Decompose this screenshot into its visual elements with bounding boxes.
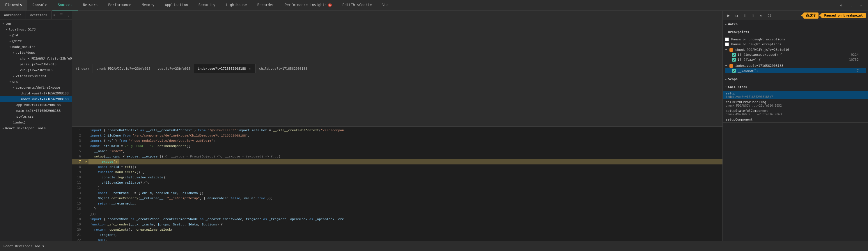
code-scroll[interactable]: 1 import { createHotContext as __vite__c… xyxy=(72,127,722,242)
breakpoint-file-chunk-header[interactable]: ▾ chunk-PD2AWGJV.js?v=23bfe016 xyxy=(725,47,866,52)
nav-tab-sources[interactable]: Sources xyxy=(52,0,78,11)
paused-badge: Paused on breakpoint xyxy=(822,13,866,18)
tree-item-style-css[interactable]: style.css xyxy=(0,114,72,119)
tab-overrides[interactable]: Overrides xyxy=(26,11,52,20)
nav-tab-memory[interactable]: Memory xyxy=(136,0,159,11)
tree-item-child-vue[interactable]: child.vue?t=1716562908188 xyxy=(0,91,72,96)
watch-header[interactable]: ▸ Watch xyxy=(723,20,868,28)
chinese-tooltip: 点这个 xyxy=(803,12,818,19)
file-tab-chunk[interactable]: chunk-PD2AWGJV.js?v=23bfe016 xyxy=(93,64,154,73)
arrow-top: ▾ xyxy=(1,22,5,25)
scope-arrow: ▸ xyxy=(725,78,727,81)
step-btn[interactable]: ↔ xyxy=(758,12,765,19)
arrow-components: ▾ xyxy=(12,86,16,89)
close-tab-btn[interactable]: ✕ xyxy=(248,67,252,71)
step-out-btn[interactable]: ⬆ xyxy=(749,12,756,19)
call-stack-header[interactable]: ▾ Call Stack xyxy=(723,83,868,91)
pause-uncaught-checkbox[interactable] xyxy=(725,37,729,41)
arrow-node-modules: ▾ xyxy=(8,45,12,48)
arrow-vite: ▸ xyxy=(8,39,12,43)
code-line-15: 15 return __returned__; xyxy=(72,201,722,206)
nav-tab-editthiscookie[interactable]: EditThisCookie xyxy=(337,0,377,11)
arrow-vite-deps: ▾ xyxy=(12,51,16,54)
pause-uncaught-row: Pause on uncaught exceptions xyxy=(725,37,866,42)
code-line-19: 19 function _sfc_render(_ctx, _cache, $p… xyxy=(72,222,722,227)
arrow-src: ▾ xyxy=(8,80,12,83)
code-line-13: 13 const __returned__ = { child, handleC… xyxy=(72,190,722,196)
settings-icon[interactable]: ⚙ xyxy=(837,1,845,9)
code-line-3: 3 import { ref } from '/node_modules/.vi… xyxy=(72,138,722,144)
sidebar-menu-btn[interactable]: ⋮ xyxy=(65,13,72,17)
right-panel: ▶ ↺ ⬇ ⬆ ↔ ⬡ 点这个 Paused on breakpoint xyxy=(722,11,868,242)
step-into-btn[interactable]: ⬇ xyxy=(741,12,748,19)
file-tab-index[interactable]: (index) xyxy=(72,64,93,73)
code-line-9: 9 function handleClick() { xyxy=(72,170,722,175)
breakpoints-header[interactable]: ▾ Breakpoints xyxy=(723,28,868,36)
nav-tab-application[interactable]: Application xyxy=(159,0,193,11)
tree-item-vue-js[interactable]: vue.js?v=23bfe016 xyxy=(0,67,72,73)
file-tab-index-vue[interactable]: index.vue?t=1716562908188 ✕ xyxy=(194,64,255,73)
tree-item-react-tools[interactable]: ▸ React Developer Tools xyxy=(0,125,72,131)
execution-arrow: ➤ xyxy=(85,159,87,165)
scope-section: ▸ Scope xyxy=(723,75,868,83)
close-icon[interactable]: ✕ xyxy=(857,1,865,9)
call-stack-setupcomponent[interactable]: setupComponent xyxy=(723,117,868,122)
file-tab-vue-js[interactable]: vue.js?v=23bfe016 xyxy=(154,64,194,73)
call-stack-setup[interactable]: setup index.vue?t=1716562908188:7 xyxy=(723,91,868,99)
tab-workspace[interactable]: Workspace xyxy=(0,11,26,20)
tree-item-node-modules[interactable]: ▾ node_modules xyxy=(0,44,72,50)
call-stack-callwitherror[interactable]: callWithErrorHandling chunk-PD2AWGJV....… xyxy=(723,99,868,108)
tree-item-id[interactable]: ▸ @id xyxy=(0,32,72,38)
tree-item-src[interactable]: ▾ src xyxy=(0,79,72,84)
more-tabs-btn[interactable]: » xyxy=(52,13,57,17)
tree-item-index-root[interactable]: (index) xyxy=(0,119,72,125)
file-tabs: (index) chunk-PD2AWGJV.js?v=23bfe016 vue… xyxy=(72,11,722,127)
watch-section: ▸ Watch xyxy=(723,20,868,28)
main-layout: Workspace Overrides » ☰ ⋮ ▾ top ▾ localh… xyxy=(0,11,868,242)
code-line-8: 8 const child = ref(); xyxy=(72,165,722,170)
bp-checkbox-2[interactable] xyxy=(732,58,736,62)
tree-item-index-vue[interactable]: index.vue?t=1716562908188 xyxy=(0,96,72,102)
nav-tab-recorder[interactable]: Recorder xyxy=(252,0,279,11)
resume-btn[interactable]: ▶ xyxy=(725,12,732,19)
right-panel-scroll[interactable]: ▸ Watch ▾ Breakpoints Pause on uncaught … xyxy=(723,20,868,242)
tree-item-main-ts[interactable]: main.ts?t=1716562908188 xyxy=(0,108,72,114)
sidebar-toggle-btn[interactable]: ☰ xyxy=(58,13,65,17)
tree-item-localhost[interactable]: ▾ localhost:5173 xyxy=(0,27,72,32)
nav-tab-console[interactable]: Console xyxy=(27,0,53,11)
nav-tab-performance[interactable]: Performance xyxy=(103,0,136,11)
nav-tab-vue[interactable]: Vue xyxy=(377,0,394,11)
code-line-18: 18 import { createVNode as _createVNode,… xyxy=(72,217,722,222)
code-line-6: 6 setup(__props, { expose: __expose }) {… xyxy=(72,154,722,159)
more-icon[interactable]: ⋮ xyxy=(847,1,855,9)
nav-tab-performance-insights[interactable]: Performance insights 4 xyxy=(279,0,337,11)
nav-tab-elements[interactable]: Elements xyxy=(0,0,27,11)
nav-tab-security[interactable]: Security xyxy=(193,0,221,11)
bp-checkbox-1[interactable] xyxy=(732,53,736,57)
tree-item-top[interactable]: ▾ top xyxy=(0,21,72,27)
bp-entry-2: if (!lazy) { 10752 xyxy=(725,57,866,62)
call-stack-setupstateful[interactable]: setupStatefulComponent chunk-PD2AWGJV...… xyxy=(723,108,868,117)
tree-item-vite-dist[interactable]: ▸ vite/dist/client xyxy=(0,73,72,79)
tree-item-app-vue[interactable]: App.vue?t=1716562908188 xyxy=(0,102,72,108)
index-vue-icon xyxy=(730,64,733,68)
tree-item-components[interactable]: ▾ components/defineExpose xyxy=(0,84,72,91)
arrow-id: ▸ xyxy=(8,34,12,37)
scope-header[interactable]: ▸ Scope xyxy=(723,75,868,83)
code-line-1: 1 import { createHotContext as __vite__c… xyxy=(72,128,722,133)
chunk-file-icon xyxy=(730,48,733,52)
nav-tab-lighthouse[interactable]: Lighthouse xyxy=(221,0,252,11)
step-over-btn[interactable]: ↺ xyxy=(733,12,740,19)
nav-tab-network[interactable]: Network xyxy=(78,0,103,11)
tree-item-pinia[interactable]: pinia.js?v=23bfe016 xyxy=(0,61,72,67)
bp-checkbox-expose[interactable] xyxy=(732,69,736,73)
deactivate-breakpoints-btn[interactable]: ⬡ xyxy=(766,12,773,19)
pause-caught-checkbox[interactable] xyxy=(725,42,729,46)
breakpoint-file-index-header[interactable]: ▾ index.vue?t=1716562908188 xyxy=(725,63,866,68)
tree-item-vite[interactable]: ▸ @vite xyxy=(0,38,72,44)
file-tab-child-vue[interactable]: child.vue?t=1716562908188 xyxy=(255,64,311,73)
bottom-bar-label: React Developer Tools xyxy=(3,244,44,248)
tree-item-vite-deps[interactable]: ▾ .vite/deps xyxy=(0,50,72,56)
tree-item-chunk-pd2[interactable]: chunk-PD2AWGJ V.js?v=23bfe0 xyxy=(0,56,72,61)
arrow-vite-dist: ▸ xyxy=(12,74,16,78)
